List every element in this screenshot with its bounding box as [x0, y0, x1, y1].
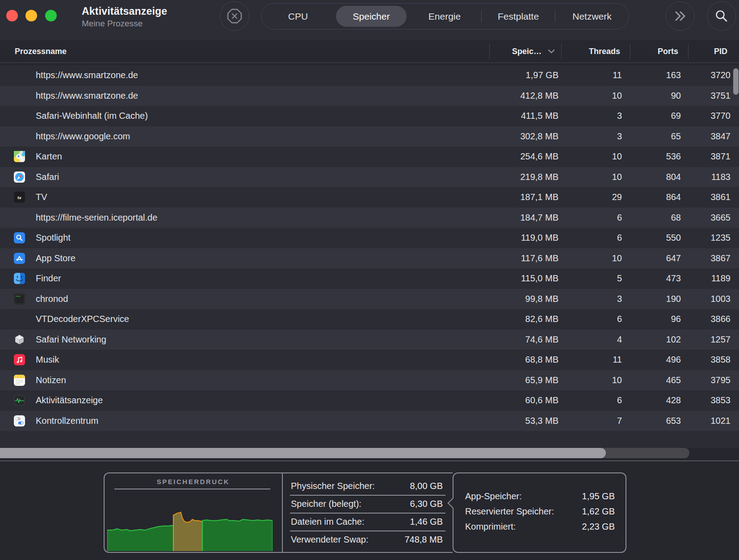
table-row[interactable]: https://www.google.com302,8 MB3653847 [0, 126, 739, 147]
vertical-scrollbar-thumb[interactable] [733, 68, 739, 95]
toolbar-overflow-button[interactable] [665, 1, 695, 31]
ports-value: 69 [630, 111, 681, 121]
table-row[interactable]: Kontrollzentrum53,3 MB76531021 [0, 411, 739, 431]
table-row[interactable]: Safari219,8 MB108041183 [0, 167, 739, 188]
octagon-x-icon [226, 8, 243, 25]
pid-value: 1021 [688, 416, 731, 426]
window-minimize-button[interactable] [25, 10, 37, 21]
threads-value: 29 [561, 192, 622, 202]
process-name: Safari [36, 172, 59, 182]
pid-value: 1257 [688, 334, 731, 345]
threads-value: 3 [561, 111, 622, 121]
table-row[interactable]: Musik68,8 MB114963858 [0, 350, 739, 370]
window-zoom-button[interactable] [45, 10, 57, 21]
quit-process-button[interactable] [220, 1, 249, 31]
stat-row: Reservierter Speicher:1,62 GB [465, 504, 615, 519]
memory-value: 412,8 MB [489, 91, 558, 101]
stat-label: Verwendeter Swap: [291, 535, 368, 545]
search-icon [714, 8, 729, 24]
memory-pressure-box: SPEICHERDRUCK [104, 472, 282, 553]
threads-value: 6 [561, 233, 622, 243]
tv-app-icon [14, 192, 25, 203]
search-button[interactable] [707, 1, 736, 31]
memory-value: 115,0 MB [489, 273, 558, 284]
tab-netzwerk[interactable]: Netzwerk [555, 4, 629, 29]
threads-value: 7 [561, 416, 622, 426]
stat-value: 1,95 GB [582, 491, 615, 501]
tab-energie[interactable]: Energie [408, 4, 481, 29]
process-name: Finder [36, 273, 61, 284]
table-row[interactable]: https://www.smartzone.de1,97 GB111633720 [0, 65, 739, 86]
table-row[interactable]: Notizen65,9 MB104653795 [0, 370, 739, 391]
memory-value: 254,6 MB [489, 151, 558, 162]
threads-value: 6 [561, 314, 622, 324]
table-row[interactable]: Safari Networking74,6 MB41021257 [0, 330, 739, 350]
memory-value: 117,6 MB [489, 253, 558, 263]
notizen-app-icon [14, 375, 25, 386]
column-header-speicher[interactable]: Speic… [489, 40, 555, 63]
table-row[interactable]: Aktivitätsanzeige60,6 MB64283853 [0, 390, 739, 411]
memory-value: 302,8 MB [489, 131, 558, 142]
horizontal-scrollbar-thumb[interactable] [0, 448, 606, 458]
table-row[interactable]: App Store117,6 MB106473867 [0, 248, 739, 269]
stat-label: Reservierter Speicher: [465, 506, 554, 517]
memory-pressure-chart [107, 491, 273, 551]
pid-value: 3847 [688, 131, 731, 142]
threads-value: 10 [561, 91, 622, 101]
table-row[interactable]: Safari-Webinhalt (im Cache)411,5 MB36937… [0, 106, 739, 126]
pid-value: 3720 [688, 70, 731, 80]
table-row[interactable]: chronod99,8 MB31901003 [0, 289, 739, 309]
stat-value: 8,00 GB [410, 481, 443, 491]
column-header-ports[interactable]: Ports [630, 40, 678, 63]
table-row[interactable]: Finder115,0 MB54731189 [0, 268, 739, 289]
stat-value: 1,62 GB [582, 506, 615, 517]
process-name: Safari-Webinhalt (im Cache) [36, 111, 148, 121]
table-row[interactable]: TV187,1 MB298643861 [0, 187, 739, 208]
view-segmented-control: CPU Speicher Energie Festplatte Netzwerk [261, 3, 629, 29]
process-name: Musik [36, 355, 59, 365]
memory-stats-box: Physischer Speicher:8,00 GBSpeicher (bel… [282, 472, 453, 553]
kontrollzentrum-app-icon [14, 415, 25, 426]
page-title: Aktivitätsanzeige [82, 5, 167, 17]
table-row[interactable]: Karten254,6 MB105363871 [0, 146, 739, 167]
table-row[interactable]: https://www.smartzone.de412,8 MB10903751 [0, 86, 739, 106]
horizontal-scrollbar-track[interactable] [0, 448, 689, 458]
table-row[interactable]: https://filme-serien.iceportal.de184,7 M… [0, 208, 739, 228]
threads-value: 4 [561, 334, 622, 345]
window-close-button[interactable] [6, 10, 18, 21]
table-row[interactable]: VTDecoderXPCService82,6 MB6963866 [0, 309, 739, 330]
ports-value: 90 [630, 91, 681, 101]
ports-value: 190 [630, 294, 681, 304]
table-row[interactable]: Spotlight119,0 MB65501235 [0, 228, 739, 248]
column-header-threads[interactable]: Threads [561, 40, 620, 63]
process-name: Karten [36, 151, 62, 162]
memory-value: 184,7 MB [489, 213, 558, 223]
memory-value: 219,8 MB [489, 172, 558, 182]
memory-value: 53,3 MB [489, 416, 558, 426]
pid-value: 3866 [688, 314, 731, 324]
threads-value: 11 [561, 355, 622, 365]
threads-value: 10 [561, 375, 622, 385]
memory-value: 82,6 MB [489, 314, 558, 324]
process-name: https://www.smartzone.de [36, 91, 138, 101]
tab-cpu[interactable]: CPU [261, 4, 335, 29]
stat-row: App-Speicher:1,95 GB [465, 489, 615, 504]
threads-value: 3 [561, 131, 622, 142]
tab-speicher[interactable]: Speicher [335, 4, 408, 29]
pid-value: 1189 [688, 273, 731, 284]
stat-label: Physischer Speicher: [291, 481, 375, 491]
memory-value: 1,97 GB [489, 70, 558, 80]
pid-value: 3770 [688, 111, 731, 121]
toolbar: Aktivitätsanzeige Meine Prozesse CPU Spe… [0, 0, 739, 40]
chevron-down-icon [548, 49, 555, 54]
column-header-prozessname[interactable]: Prozessname [15, 40, 67, 63]
pid-value: 3751 [688, 91, 731, 101]
threads-value: 6 [561, 395, 622, 405]
process-name: App Store [36, 253, 76, 263]
stat-value: 748,8 MB [404, 535, 443, 545]
tab-festplatte[interactable]: Festplatte [482, 4, 555, 29]
ports-value: 68 [630, 213, 681, 223]
ports-value: 804 [630, 172, 681, 182]
threads-value: 10 [561, 253, 622, 263]
column-header-pid[interactable]: PID [688, 40, 727, 63]
